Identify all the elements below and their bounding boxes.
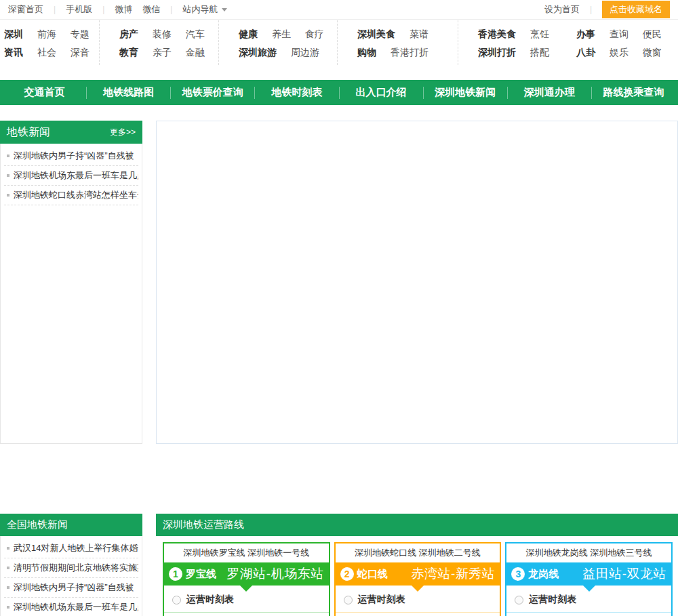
- line-number-badge: 2: [340, 567, 354, 581]
- topbar-link-wechat[interactable]: 微信: [142, 3, 160, 16]
- channel-link[interactable]: 金融: [186, 47, 205, 58]
- channel-link[interactable]: 健康: [239, 28, 258, 39]
- line-banner: 3 龙岗线 益田站-双龙站: [506, 562, 671, 586]
- metro-news-list: 深圳地铁内男子持“凶器”自残被 深圳地铁机场东最后一班车是几点 深圳地铁蛇口线赤…: [0, 144, 142, 444]
- news-link[interactable]: 深圳地铁内男子持“凶器”自残被: [14, 150, 134, 162]
- news-item[interactable]: 深圳地铁机场东最后一班车是几点: [4, 166, 138, 186]
- page: 深窗首页 | 手机版 | 微博 微信 | 站内导航 设为首页 | 点击收藏域名 …: [0, 0, 678, 616]
- channel-link[interactable]: 便民: [643, 28, 662, 39]
- nav-metro-map[interactable]: 地铁线路图: [87, 86, 170, 99]
- more-link[interactable]: 更多>>: [110, 127, 136, 138]
- news-item[interactable]: 武汉14对新人地铁上举行集体婚礼: [4, 539, 138, 558]
- timetable-header-row: 行驶方向 首班车 末班车 高峰间隔: [336, 613, 500, 616]
- line-card-subtitle: 深圳地铁蛇口线 深圳地铁二号线: [336, 543, 500, 562]
- channel-link[interactable]: 深圳打折: [478, 47, 516, 58]
- banner-arrow-icon: [412, 586, 424, 592]
- line-cards: 深圳地铁罗宝线 深圳地铁一号线 1 罗宝线 罗湖站-机场东站 运营时刻表 行驶方…: [163, 542, 673, 616]
- news-link[interactable]: 清明节假期期间北京地铁将实施某: [14, 562, 138, 574]
- channel-link[interactable]: 资讯: [4, 47, 23, 58]
- line-name: 蛇口线: [357, 568, 388, 581]
- channel-link[interactable]: 搭配: [530, 47, 549, 58]
- channel-link[interactable]: 微窗: [643, 47, 662, 58]
- nav-metro-news[interactable]: 深圳地铁新闻: [424, 86, 507, 99]
- nav-timetable[interactable]: 地铁时刻表: [255, 86, 338, 99]
- channel-link[interactable]: 深音: [71, 47, 89, 58]
- channel-nav: 深圳 前海 专题 资讯 社会 深音 房产 装修 汽车 教育 亲子 金融: [0, 20, 678, 65]
- channel-link[interactable]: 菜谱: [410, 28, 428, 39]
- divider: [164, 612, 329, 613]
- channel-group-shenzhen: 深圳 前海 专题 资讯 社会 深音: [0, 20, 99, 65]
- news-item[interactable]: 深圳地铁内男子持“凶器”自残被: [4, 146, 138, 166]
- channel-link[interactable]: 查询: [610, 28, 629, 39]
- news-link[interactable]: 深圳地铁内男子持“凶器”自残被: [14, 581, 134, 594]
- channel-link[interactable]: 购物: [357, 47, 376, 58]
- channel-group-health: 健康 养生 食疗 深圳旅游 周边游: [218, 20, 337, 65]
- channel-link[interactable]: 办事: [576, 28, 595, 39]
- nav-shenzhentong[interactable]: 深圳通办理: [508, 86, 591, 99]
- timetable-link[interactable]: 运营时刻表: [506, 592, 671, 612]
- line-card-longgang: 深圳地铁龙岗线 深圳地铁三号线 3 龙岗线 益田站-双龙站 运营时刻表 行驶方向…: [505, 542, 673, 616]
- topbar-link-home[interactable]: 深窗首页: [8, 3, 43, 16]
- chevron-down-icon: [222, 8, 227, 12]
- channel-link[interactable]: 八卦: [576, 47, 595, 58]
- divider: [336, 612, 500, 613]
- line-name: 罗宝线: [186, 568, 216, 581]
- nav-ticket-price[interactable]: 地铁票价查询: [171, 86, 254, 99]
- channel-link[interactable]: 食疗: [305, 28, 324, 39]
- channel-link[interactable]: 深圳: [4, 28, 23, 39]
- channel-link[interactable]: 香港打折: [391, 47, 428, 58]
- divider: |: [54, 5, 56, 14]
- bullet-icon: [7, 174, 9, 177]
- news-link[interactable]: 深圳地铁机场东最后一班车是几点: [14, 169, 138, 182]
- channel-link[interactable]: 社会: [37, 47, 56, 58]
- national-news-list: 武汉14对新人地铁上举行集体婚礼 清明节假期期间北京地铁将实施某 深圳地铁内男子…: [0, 536, 142, 616]
- news-link[interactable]: 深圳地铁机场东最后一班车是几点: [14, 601, 138, 613]
- channel-link[interactable]: 专题: [71, 28, 89, 39]
- banner-arrow-icon: [583, 586, 595, 592]
- channel-link[interactable]: 周边游: [291, 47, 319, 58]
- channel-link[interactable]: 装修: [153, 28, 172, 39]
- news-link[interactable]: 武汉14对新人地铁上举行集体婚礼: [14, 542, 138, 554]
- channel-link[interactable]: 亲子: [153, 47, 172, 58]
- radio-circle-icon: [172, 596, 181, 604]
- set-home-link[interactable]: 设为首页: [544, 3, 580, 16]
- line-number-badge: 3: [511, 567, 525, 581]
- topbar-link-mobile[interactable]: 手机版: [66, 3, 92, 16]
- timetable-link[interactable]: 运营时刻表: [164, 592, 329, 612]
- channel-link[interactable]: 深圳旅游: [239, 47, 277, 58]
- channel-link[interactable]: 汽车: [186, 28, 205, 39]
- channel-group-food: 深圳美食 菜谱 购物 香港打折: [337, 20, 458, 65]
- bullet-icon: [7, 547, 9, 550]
- news-item[interactable]: 深圳地铁蛇口线赤湾站怎样坐车去: [4, 186, 138, 205]
- timetable-header-row: 行驶方向 首班车 末班车 高峰间隔: [506, 613, 671, 616]
- favorite-domain-button[interactable]: 点击收藏域名: [602, 1, 670, 18]
- channel-link[interactable]: 香港美食: [478, 28, 516, 39]
- nav-traffic-home[interactable]: 交通首页: [3, 86, 86, 99]
- line-banner: 1 罗宝线 罗湖站-机场东站: [164, 562, 329, 586]
- site-nav-dropdown[interactable]: 站内导航: [182, 3, 227, 16]
- channel-link[interactable]: 深圳美食: [357, 28, 395, 39]
- nav-transfer-query[interactable]: 路线换乘查询: [592, 86, 675, 99]
- topbar: 深窗首页 | 手机版 | 微博 微信 | 站内导航 设为首页 | 点击收藏域名: [0, 0, 678, 20]
- line-stations: 益田站-双龙站: [582, 565, 666, 583]
- channel-link[interactable]: 养生: [272, 28, 291, 39]
- metro-lines-panel: 深圳地铁运营路线 深圳地铁罗宝线 深圳地铁一号线 1 罗宝线 罗湖站-机场东站 …: [156, 514, 678, 616]
- news-item[interactable]: 深圳地铁机场东最后一班车是几点: [4, 598, 138, 616]
- channel-link[interactable]: 烹饪: [530, 28, 549, 39]
- channel-link[interactable]: 教育: [119, 47, 138, 58]
- line-card-shekou: 深圳地铁蛇口线 深圳地铁二号线 2 蛇口线 赤湾站-新秀站 运营时刻表 行驶方向…: [334, 542, 502, 616]
- nav-exits-intro[interactable]: 出入口介绍: [340, 86, 423, 99]
- topbar-link-weibo[interactable]: 微博: [115, 3, 132, 16]
- news-item[interactable]: 清明节假期期间北京地铁将实施某: [4, 558, 138, 578]
- news-item[interactable]: 深圳地铁内男子持“凶器”自残被: [4, 578, 138, 598]
- news-link[interactable]: 深圳地铁蛇口线赤湾站怎样坐车去: [14, 189, 138, 201]
- channel-link[interactable]: 娱乐: [610, 47, 629, 58]
- line-card-subtitle: 深圳地铁罗宝线 深圳地铁一号线: [164, 543, 329, 562]
- line-banner: 2 蛇口线 赤湾站-新秀站: [336, 562, 500, 586]
- channel-link[interactable]: 前海: [37, 28, 56, 39]
- site-nav-label: 站内导航: [182, 4, 218, 14]
- bullet-icon: [7, 155, 9, 157]
- timetable-link[interactable]: 运营时刻表: [336, 592, 500, 612]
- channel-link[interactable]: 房产: [119, 28, 138, 39]
- radio-circle-icon: [344, 596, 353, 604]
